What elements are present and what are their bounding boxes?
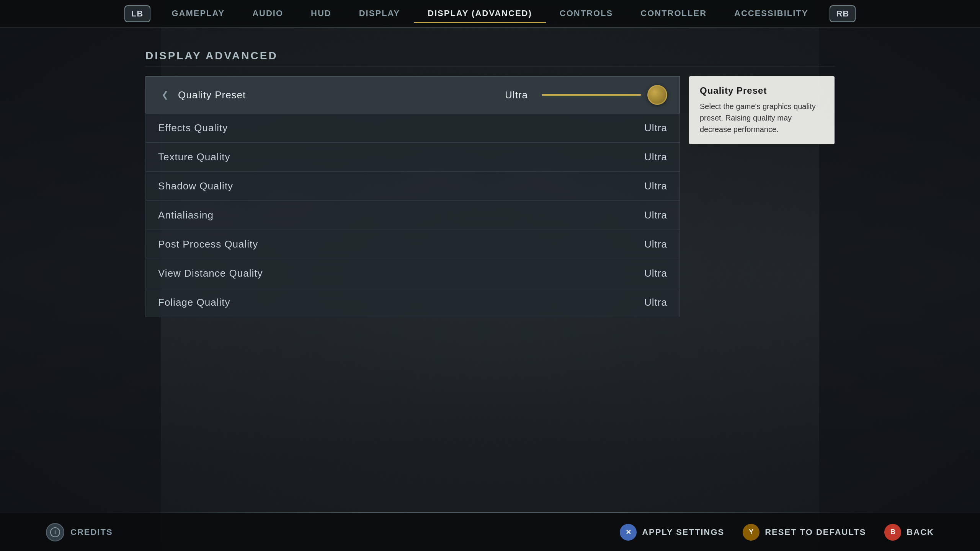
setting-row-left: Texture Quality xyxy=(158,151,230,163)
info-panel-title: Quality Preset xyxy=(700,85,824,96)
tab-accessibility[interactable]: ACCESSIBILITY xyxy=(720,5,822,23)
nav-line xyxy=(107,28,873,28)
y-button: Y xyxy=(743,524,760,541)
setting-row-texture-quality[interactable]: Texture Quality Ultra xyxy=(145,142,680,171)
setting-name-texture-quality: Texture Quality xyxy=(158,151,230,163)
tab-controls[interactable]: CONTROLS xyxy=(546,5,627,23)
credits-label[interactable]: CREDITS xyxy=(70,527,113,537)
setting-value-antialiasing: Ultra xyxy=(644,209,667,221)
setting-name-foliage-quality: Foliage Quality xyxy=(158,297,230,308)
setting-row-left: Antialiasing xyxy=(158,209,214,221)
apply-settings-action[interactable]: ✕ APPLY SETTINGS xyxy=(620,524,724,541)
back-label: BACK xyxy=(906,527,934,537)
setting-row-quality-preset[interactable]: ❮ Quality Preset Ultra xyxy=(145,76,680,113)
setting-row-post-process-quality[interactable]: Post Process Quality Ultra xyxy=(145,230,680,259)
info-panel-description: Select the game's graphics quality prese… xyxy=(700,101,824,135)
settings-container: ❮ Quality Preset Ultra Effects Quality U… xyxy=(145,76,835,317)
setting-row-foliage-quality[interactable]: Foliage Quality Ultra xyxy=(145,288,680,317)
credits-icon: i xyxy=(46,523,64,541)
tab-display[interactable]: DISPLAY xyxy=(345,5,414,23)
rb-bumper[interactable]: RB xyxy=(830,5,856,22)
setting-value-view-distance-quality: Ultra xyxy=(644,267,667,279)
joystick-indicator xyxy=(647,85,667,105)
setting-row-antialiasing[interactable]: Antialiasing Ultra xyxy=(145,201,680,230)
setting-value-texture-quality: Ultra xyxy=(644,151,667,163)
page-title: DISPLAY ADVANCED xyxy=(145,50,835,67)
tab-gameplay[interactable]: GAMEPLAY xyxy=(158,5,239,23)
side-panel-left xyxy=(0,0,161,551)
setting-row-left: Foliage Quality xyxy=(158,297,230,308)
bottom-left: i CREDITS xyxy=(46,523,113,541)
setting-value-quality-preset: Ultra xyxy=(505,89,528,101)
setting-row-left: ❮ Quality Preset xyxy=(158,88,246,102)
tab-display-advanced[interactable]: DISPLAY (ADVANCED) xyxy=(414,5,546,23)
info-panel: Quality Preset Select the game's graphic… xyxy=(689,76,835,144)
setting-name-view-distance-quality: View Distance Quality xyxy=(158,267,263,279)
side-panel-right xyxy=(819,0,980,551)
setting-row-right: Ultra xyxy=(505,85,667,105)
setting-value-effects-quality: Ultra xyxy=(644,122,667,134)
setting-name-quality-preset: Quality Preset xyxy=(178,89,246,101)
x-button: ✕ xyxy=(620,524,637,541)
settings-list: ❮ Quality Preset Ultra Effects Quality U… xyxy=(145,76,680,317)
setting-value-post-process-quality: Ultra xyxy=(644,238,667,250)
b-button: B xyxy=(884,524,901,541)
setting-row-left: Effects Quality xyxy=(158,122,228,134)
top-nav: LB GAMEPLAY AUDIO HUD DISPLAY DISPLAY (A… xyxy=(0,0,980,28)
preset-bar-container xyxy=(542,94,641,96)
setting-name-antialiasing: Antialiasing xyxy=(158,209,214,221)
setting-row-shadow-quality[interactable]: Shadow Quality Ultra xyxy=(145,171,680,201)
setting-row-effects-quality[interactable]: Effects Quality Ultra xyxy=(145,113,680,142)
setting-row-view-distance-quality[interactable]: View Distance Quality Ultra xyxy=(145,259,680,288)
preset-bar xyxy=(542,94,641,96)
setting-name-post-process-quality: Post Process Quality xyxy=(158,238,258,250)
reset-defaults-action[interactable]: Y RESET TO DEFAULTS xyxy=(743,524,866,541)
svg-text:i: i xyxy=(54,529,56,535)
setting-value-foliage-quality: Ultra xyxy=(644,297,667,308)
reset-defaults-label: RESET TO DEFAULTS xyxy=(765,527,866,537)
back-action[interactable]: B BACK xyxy=(884,524,934,541)
bottom-right: ✕ APPLY SETTINGS Y RESET TO DEFAULTS B B… xyxy=(620,524,934,541)
setting-row-left: Post Process Quality xyxy=(158,238,258,250)
setting-row-left: View Distance Quality xyxy=(158,267,263,279)
tab-hud[interactable]: HUD xyxy=(297,5,345,23)
apply-settings-label: APPLY SETTINGS xyxy=(642,527,724,537)
tab-audio[interactable]: AUDIO xyxy=(238,5,297,23)
lb-bumper[interactable]: LB xyxy=(124,5,150,22)
arrow-left-icon[interactable]: ❮ xyxy=(158,88,172,102)
setting-name-effects-quality: Effects Quality xyxy=(158,122,228,134)
setting-value-shadow-quality: Ultra xyxy=(644,180,667,192)
main-content: DISPLAY ADVANCED ❮ Quality Preset Ultra xyxy=(145,34,835,513)
tab-controller[interactable]: CONTROLLER xyxy=(627,5,720,23)
bottom-bar: i CREDITS ✕ APPLY SETTINGS Y RESET TO DE… xyxy=(0,513,980,551)
setting-name-shadow-quality: Shadow Quality xyxy=(158,180,233,192)
nav-tabs: GAMEPLAY AUDIO HUD DISPLAY DISPLAY (ADVA… xyxy=(158,5,822,23)
setting-row-left: Shadow Quality xyxy=(158,180,233,192)
